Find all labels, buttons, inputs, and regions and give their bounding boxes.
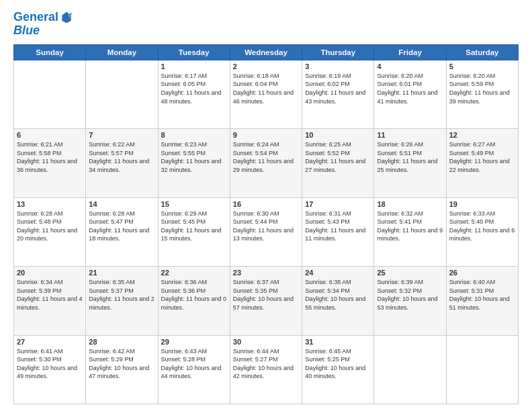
day-cell: 13Sunrise: 6:28 AM Sunset: 5:48 PM Dayli…	[14, 197, 86, 266]
day-cell: 31Sunrise: 6:45 AM Sunset: 5:25 PM Dayli…	[302, 335, 374, 404]
day-cell: 28Sunrise: 6:42 AM Sunset: 5:29 PM Dayli…	[86, 335, 158, 404]
week-row-2: 13Sunrise: 6:28 AM Sunset: 5:48 PM Dayli…	[14, 197, 519, 266]
day-info: Sunrise: 6:28 AM Sunset: 5:47 PM Dayligh…	[89, 210, 154, 243]
day-info: Sunrise: 6:23 AM Sunset: 5:55 PM Dayligh…	[161, 140, 227, 174]
day-cell: 24Sunrise: 6:38 AM Sunset: 5:34 PM Dayli…	[302, 267, 374, 335]
day-cell: 22Sunrise: 6:36 AM Sunset: 5:36 PM Dayli…	[158, 267, 230, 335]
day-number: 13	[17, 200, 83, 208]
day-cell	[374, 335, 446, 404]
weekday-wednesday: Wednesday	[230, 44, 302, 60]
logo-icon	[60, 11, 73, 24]
day-cell: 21Sunrise: 6:35 AM Sunset: 5:37 PM Dayli…	[86, 267, 158, 335]
weekday-friday: Friday	[374, 44, 446, 60]
day-cell: 29Sunrise: 6:43 AM Sunset: 5:28 PM Dayli…	[158, 335, 230, 404]
day-info: Sunrise: 6:35 AM Sunset: 5:37 PM Dayligh…	[89, 278, 154, 312]
day-number: 9	[233, 131, 299, 139]
day-number: 22	[161, 269, 227, 277]
day-cell: 12Sunrise: 6:27 AM Sunset: 5:49 PM Dayli…	[446, 129, 518, 197]
day-info: Sunrise: 6:24 AM Sunset: 5:54 PM Dayligh…	[233, 140, 299, 174]
day-number: 12	[449, 131, 515, 139]
day-number: 14	[89, 200, 154, 208]
day-cell: 26Sunrise: 6:40 AM Sunset: 5:31 PM Dayli…	[446, 267, 518, 335]
day-info: Sunrise: 6:44 AM Sunset: 5:27 PM Dayligh…	[233, 347, 299, 381]
day-info: Sunrise: 6:20 AM Sunset: 6:01 PM Dayligh…	[377, 72, 443, 105]
logo-blue: Blue	[13, 24, 73, 38]
day-info: Sunrise: 6:45 AM Sunset: 5:25 PM Dayligh…	[305, 347, 371, 381]
day-cell: 5Sunrise: 6:20 AM Sunset: 5:59 PM Daylig…	[446, 60, 518, 128]
day-cell: 9Sunrise: 6:24 AM Sunset: 5:54 PM Daylig…	[230, 129, 302, 197]
weekday-thursday: Thursday	[302, 44, 374, 60]
day-info: Sunrise: 6:19 AM Sunset: 6:02 PM Dayligh…	[305, 72, 371, 105]
day-info: Sunrise: 6:25 AM Sunset: 5:52 PM Dayligh…	[305, 140, 371, 174]
day-cell: 4Sunrise: 6:20 AM Sunset: 6:01 PM Daylig…	[374, 60, 446, 128]
day-cell	[86, 60, 158, 128]
day-number: 8	[161, 131, 227, 139]
weekday-monday: Monday	[86, 44, 158, 60]
day-number: 27	[17, 338, 83, 346]
weekday-tuesday: Tuesday	[158, 44, 230, 60]
week-row-3: 20Sunrise: 6:34 AM Sunset: 5:39 PM Dayli…	[14, 267, 519, 335]
day-cell	[446, 335, 518, 404]
day-info: Sunrise: 6:26 AM Sunset: 5:51 PM Dayligh…	[377, 140, 443, 174]
day-info: Sunrise: 6:37 AM Sunset: 5:35 PM Dayligh…	[233, 278, 299, 312]
day-cell: 8Sunrise: 6:23 AM Sunset: 5:55 PM Daylig…	[158, 129, 230, 197]
day-cell: 11Sunrise: 6:26 AM Sunset: 5:51 PM Dayli…	[374, 129, 446, 197]
day-number: 31	[305, 338, 371, 346]
calendar: SundayMondayTuesdayWednesdayThursdayFrid…	[13, 44, 519, 404]
week-row-1: 6Sunrise: 6:21 AM Sunset: 5:58 PM Daylig…	[14, 129, 519, 197]
day-number: 17	[305, 200, 371, 208]
day-cell: 6Sunrise: 6:21 AM Sunset: 5:58 PM Daylig…	[14, 129, 86, 197]
day-info: Sunrise: 6:42 AM Sunset: 5:29 PM Dayligh…	[89, 347, 154, 381]
day-info: Sunrise: 6:18 AM Sunset: 6:04 PM Dayligh…	[233, 72, 299, 105]
day-cell: 20Sunrise: 6:34 AM Sunset: 5:39 PM Dayli…	[14, 267, 86, 335]
day-number: 24	[305, 269, 371, 277]
day-number: 5	[449, 62, 515, 71]
day-number: 28	[89, 338, 154, 346]
day-cell: 19Sunrise: 6:33 AM Sunset: 5:40 PM Dayli…	[446, 197, 518, 266]
day-number: 19	[449, 200, 515, 208]
day-cell: 14Sunrise: 6:28 AM Sunset: 5:47 PM Dayli…	[86, 197, 158, 266]
day-info: Sunrise: 6:17 AM Sunset: 6:05 PM Dayligh…	[161, 72, 227, 105]
day-cell: 15Sunrise: 6:29 AM Sunset: 5:45 PM Dayli…	[158, 197, 230, 266]
day-info: Sunrise: 6:31 AM Sunset: 5:43 PM Dayligh…	[305, 210, 371, 243]
day-number: 4	[377, 62, 443, 71]
day-number: 2	[233, 62, 299, 71]
day-cell: 17Sunrise: 6:31 AM Sunset: 5:43 PM Dayli…	[302, 197, 374, 266]
day-info: Sunrise: 6:20 AM Sunset: 5:59 PM Dayligh…	[449, 72, 515, 105]
week-row-0: 1Sunrise: 6:17 AM Sunset: 6:05 PM Daylig…	[14, 60, 519, 128]
day-cell: 16Sunrise: 6:30 AM Sunset: 5:44 PM Dayli…	[230, 197, 302, 266]
day-info: Sunrise: 6:43 AM Sunset: 5:28 PM Dayligh…	[161, 347, 227, 381]
day-number: 18	[377, 200, 443, 208]
day-cell: 23Sunrise: 6:37 AM Sunset: 5:35 PM Dayli…	[230, 267, 302, 335]
day-cell: 1Sunrise: 6:17 AM Sunset: 6:05 PM Daylig…	[158, 60, 230, 128]
day-info: Sunrise: 6:38 AM Sunset: 5:34 PM Dayligh…	[305, 278, 371, 312]
day-info: Sunrise: 6:29 AM Sunset: 5:45 PM Dayligh…	[161, 210, 227, 243]
day-info: Sunrise: 6:40 AM Sunset: 5:31 PM Dayligh…	[449, 278, 515, 312]
day-cell: 7Sunrise: 6:22 AM Sunset: 5:57 PM Daylig…	[86, 129, 158, 197]
weekday-saturday: Saturday	[446, 44, 518, 60]
weekday-sunday: Sunday	[14, 44, 86, 60]
day-cell	[14, 60, 86, 128]
day-info: Sunrise: 6:33 AM Sunset: 5:40 PM Dayligh…	[449, 210, 515, 243]
day-info: Sunrise: 6:34 AM Sunset: 5:39 PM Dayligh…	[17, 278, 83, 312]
day-number: 7	[89, 131, 154, 139]
day-number: 30	[233, 338, 299, 346]
day-info: Sunrise: 6:27 AM Sunset: 5:49 PM Dayligh…	[449, 140, 515, 174]
week-row-4: 27Sunrise: 6:41 AM Sunset: 5:30 PM Dayli…	[14, 335, 519, 404]
day-number: 15	[161, 200, 227, 208]
day-number: 23	[233, 269, 299, 277]
day-info: Sunrise: 6:41 AM Sunset: 5:30 PM Dayligh…	[17, 347, 83, 381]
weekday-header-row: SundayMondayTuesdayWednesdayThursdayFrid…	[14, 44, 519, 60]
day-cell: 2Sunrise: 6:18 AM Sunset: 6:04 PM Daylig…	[230, 60, 302, 128]
day-info: Sunrise: 6:28 AM Sunset: 5:48 PM Dayligh…	[17, 210, 83, 243]
day-info: Sunrise: 6:21 AM Sunset: 5:58 PM Dayligh…	[17, 140, 83, 174]
day-number: 11	[377, 131, 443, 139]
day-cell: 18Sunrise: 6:32 AM Sunset: 5:41 PM Dayli…	[374, 197, 446, 266]
logo: General Blue	[13, 11, 73, 38]
day-number: 6	[17, 131, 83, 139]
day-number: 29	[161, 338, 227, 346]
page: General Blue SundayMondayTuesdayWednesda…	[0, 0, 532, 411]
day-number: 21	[89, 269, 154, 277]
day-info: Sunrise: 6:36 AM Sunset: 5:36 PM Dayligh…	[161, 278, 227, 312]
day-number: 1	[161, 62, 227, 71]
